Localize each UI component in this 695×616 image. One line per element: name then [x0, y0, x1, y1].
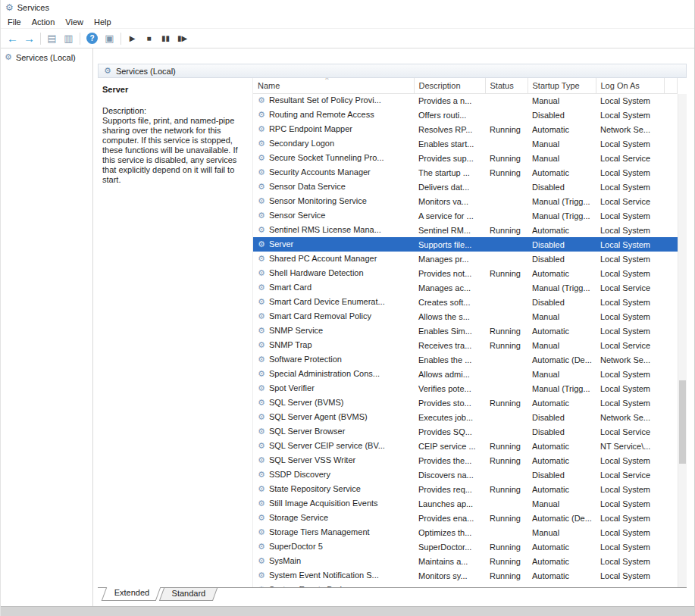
service-gear-icon: ⚙ [258, 398, 265, 407]
cell-startup: Manual [528, 525, 596, 539]
cell-logon: Local System [596, 324, 664, 338]
restart-service-icon[interactable]: ▮▶ [174, 30, 190, 46]
service-row[interactable]: ⚙SQL Server Agent (BVMS)Executes job...D… [253, 410, 678, 424]
service-row[interactable]: ⚙Sensor ServiceA service for ...Manual (… [253, 208, 678, 223]
service-row[interactable]: ⚙Resultant Set of Policy Provi...Provide… [253, 93, 678, 108]
column-header-description[interactable]: Description [414, 78, 485, 93]
service-row[interactable]: ⚙SQL Server (BVMS)Provides sto...Running… [253, 396, 678, 410]
service-gear-icon: ⚙ [258, 571, 265, 580]
stop-service-icon[interactable]: ■ [141, 30, 157, 46]
service-row[interactable]: ⚙RPC Endpoint MapperResolves RP...Runnin… [253, 122, 678, 136]
cell-desc: Enables the ... [414, 352, 485, 367]
service-row[interactable]: ⚙Storage ServiceProvides ena...RunningAu… [253, 511, 678, 525]
scrollbar-thumb[interactable] [679, 380, 686, 464]
cell-name: ⚙SSDP Discovery [253, 467, 414, 482]
results-pane: ⚙ Services (Local) Server Description: S… [93, 48, 694, 606]
service-row[interactable]: ⚙Still Image Acquisition EventsLaunches … [253, 496, 678, 511]
service-row[interactable]: ⚙Software ProtectionEnables the ...Autom… [253, 352, 678, 367]
service-row[interactable]: ⚙SuperDoctor 5SuperDoctor...RunningAutom… [253, 539, 678, 554]
export-list-icon[interactable]: ▥ [61, 30, 77, 46]
service-row[interactable]: ⚙Secondary LogonEnables start...ManualLo… [253, 136, 678, 151]
vertical-scrollbar[interactable] [678, 94, 687, 587]
back-icon[interactable]: ← [5, 30, 20, 46]
sidebar-item-services-local[interactable]: ⚙ Services (Local) [1, 51, 92, 64]
cell-startup: Automatic [528, 554, 596, 568]
column-header-startup-type[interactable]: Startup Type [528, 78, 596, 93]
column-header-status[interactable]: Status [485, 78, 528, 93]
service-row[interactable]: ⚙Spot VerifierVerifies pote...Manual (Tr… [253, 381, 678, 396]
cell-status: Running [485, 165, 528, 180]
cell-startup: Disabled [528, 467, 596, 482]
service-row[interactable]: ⚙System Events BrokerCoordinates...Runni… [253, 583, 678, 587]
service-row[interactable]: ⚙SQL Server CEIP service (BV...CEIP serv… [253, 439, 678, 453]
cell-desc: Delivers dat... [414, 180, 485, 194]
service-row[interactable]: ⚙Special Administration Cons...Allows ad… [253, 367, 678, 381]
help-icon[interactable]: ? [86, 33, 98, 44]
cell-status [485, 180, 528, 194]
menu-view[interactable]: View [60, 17, 89, 27]
service-row[interactable]: ⚙Secure Socket Tunneling Pro...Provides … [253, 151, 678, 165]
column-header-log-on-as[interactable]: Log On As [596, 78, 664, 93]
service-row[interactable]: ⚙SQL Server VSS WriterProvides the...Run… [253, 453, 678, 467]
cell-desc: Provides req... [414, 482, 485, 496]
service-row[interactable]: ⚙Routing and Remote AccessOffers routi..… [253, 108, 678, 122]
cell-status [485, 424, 528, 439]
service-row[interactable]: ⚙Sensor Data ServiceDelivers dat...Disab… [253, 180, 678, 194]
cell-startup: Manual [528, 309, 596, 324]
cell-desc: Provides a n... [414, 93, 485, 108]
service-row[interactable]: ⚙Shell Hardware DetectionProvides not...… [253, 266, 678, 280]
service-row[interactable]: ⚙Shared PC Account ManagerManages pr...D… [253, 252, 678, 266]
menu-help[interactable]: Help [89, 17, 117, 27]
menu-file[interactable]: File [2, 17, 27, 27]
console-tree-icon[interactable]: ▤ [44, 30, 60, 46]
description-text: Supports file, print, and named-pipe sha… [102, 116, 243, 185]
cell-name: ⚙Secondary Logon [253, 136, 414, 151]
service-row[interactable]: ⚙SNMP ServiceEnables Sim...RunningAutoma… [253, 324, 678, 338]
service-row[interactable]: ⚙SysMainMaintains a...RunningAutomaticLo… [253, 554, 678, 568]
cell-status: Running [485, 338, 528, 352]
cell-startup: Automatic [528, 266, 596, 280]
pane-header-label: Services (Local) [116, 67, 176, 76]
service-row[interactable]: ⚙Security Accounts ManagerThe startup ..… [253, 165, 678, 180]
service-row[interactable]: ⚙Smart Card Removal PolicyAllows the s..… [253, 309, 678, 324]
cell-logon: NT Service\... [596, 439, 664, 453]
cell-name: ⚙SQL Server VSS Writer [253, 453, 414, 467]
start-service-icon[interactable]: ▶ [124, 30, 140, 46]
service-row[interactable]: ⚙State Repository ServiceProvides req...… [253, 482, 678, 496]
service-gear-icon: ⚙ [258, 585, 265, 587]
cell-logon: Local System [596, 511, 664, 525]
service-row[interactable]: ⚙SSDP DiscoveryDiscovers na...DisabledLo… [253, 467, 678, 482]
cell-name: ⚙Server [253, 237, 414, 252]
service-row[interactable]: ⚙SQL Server BrowserProvides SQ...Disable… [253, 424, 678, 439]
service-row[interactable]: ⚙Storage Tiers ManagementOptimizes th...… [253, 525, 678, 539]
service-row[interactable]: ⚙SNMP TrapReceives tra...RunningManualLo… [253, 338, 678, 352]
cell-logon: Local System [596, 482, 664, 496]
cell-name: ⚙SysMain [253, 554, 414, 568]
cell-logon: Local System [596, 496, 664, 511]
service-row[interactable]: ⚙System Event Notification S...Monitors … [253, 568, 678, 583]
properties-icon[interactable]: ▣ [102, 30, 117, 46]
pause-service-icon[interactable]: ▮▮ [158, 30, 174, 46]
cell-logon: Local System [596, 367, 664, 381]
cell-name: ⚙Software Protection [253, 352, 414, 367]
main-body: ⚙ Services (Local) ⚙ Services (Local) Se… [1, 48, 694, 606]
cell-status [485, 525, 528, 539]
column-header-name[interactable]: ^ Name [253, 78, 414, 93]
service-row[interactable]: ⚙Sentinel RMS License Mana...Sentinel RM… [253, 223, 678, 237]
service-row[interactable]: ⚙Smart CardManages ac...Manual (Trigg...… [253, 280, 678, 295]
forward-icon[interactable]: → [21, 30, 37, 46]
service-row[interactable]: ⚙ServerSupports file...DisabledLocal Sys… [253, 237, 678, 252]
cell-startup: Disabled [528, 252, 596, 266]
service-gear-icon: ⚙ [258, 340, 265, 349]
tab-standard[interactable]: Standard [159, 588, 218, 601]
cell-name: ⚙Still Image Acquisition Events [253, 496, 414, 511]
service-row[interactable]: ⚙Sensor Monitoring ServiceMonitors va...… [253, 194, 678, 208]
cell-logon: Local System [596, 165, 664, 180]
service-gear-icon: ⚙ [258, 239, 265, 249]
service-gear-icon: ⚙ [258, 527, 265, 536]
cell-startup: Manual [528, 496, 596, 511]
cell-name: ⚙SuperDoctor 5 [253, 539, 414, 554]
tab-extended[interactable]: Extended [102, 587, 161, 601]
service-row[interactable]: ⚙Smart Card Device Enumerat...Creates so… [253, 295, 678, 309]
menu-action[interactable]: Action [27, 17, 61, 27]
